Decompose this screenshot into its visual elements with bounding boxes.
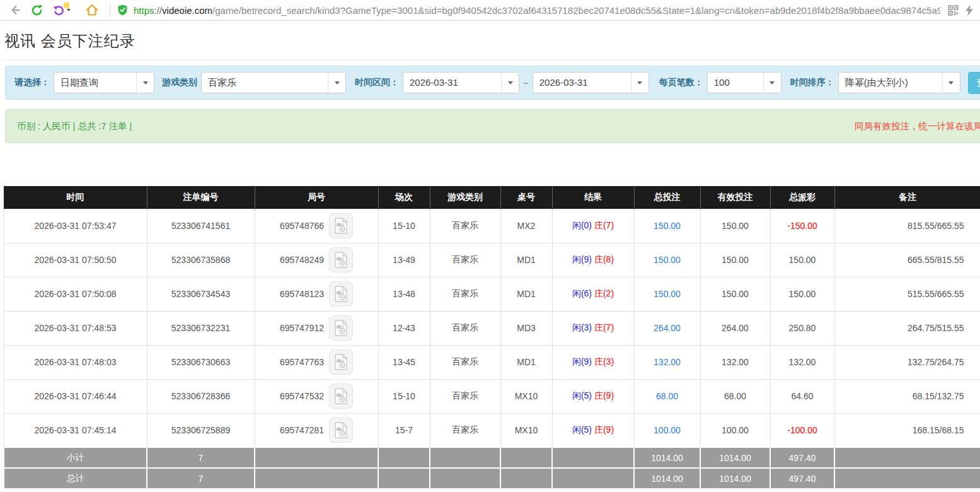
table-number-cell: MD1 <box>500 243 552 277</box>
time-cell: 2026-03-31 07:48:03 <box>4 345 147 379</box>
table-row: 2026-03-31 07:48:53523306732231695747912… <box>4 311 980 345</box>
video-file-icon <box>334 218 348 234</box>
query-type-select[interactable]: 日期查询 <box>54 72 154 93</box>
video-replay-button[interactable] <box>329 384 353 409</box>
footer-empty-cell <box>834 447 980 468</box>
time-range-label: 时间区间： <box>355 77 399 88</box>
total-bet-link[interactable]: 100.00 <box>654 425 681 435</box>
page-content: 视讯 会员下注纪录 请选择： 日期查询 游戏类别 百家乐 时间区间： 2026-… <box>0 31 980 489</box>
footer-empty-cell <box>552 468 634 489</box>
chevron-down-icon[interactable] <box>942 73 960 93</box>
valid-bet-cell: 150.00 <box>700 243 770 277</box>
round-number: 695747281 <box>280 425 324 435</box>
result-banker: 庄(2) <box>594 288 614 298</box>
time-cell: 2026-03-31 07:48:53 <box>4 311 147 345</box>
chevron-down-icon[interactable] <box>631 73 649 93</box>
round-number: 695747912 <box>280 323 324 333</box>
session-cell: 13-49 <box>378 243 430 277</box>
total-bet-link[interactable]: 68.00 <box>656 391 678 401</box>
column-header-7: 总投注 <box>634 186 700 209</box>
total-bet-link[interactable]: 150.00 <box>654 255 681 265</box>
date-from-picker[interactable]: 2026-03-31 <box>403 72 519 93</box>
shield-icon[interactable] <box>117 4 129 16</box>
address-bar[interactable]: https://videoie.com/game/betrecord_searc… <box>117 4 974 16</box>
round-cell: 695748123 <box>255 277 378 311</box>
sort-label: 时间排序： <box>790 77 834 88</box>
footer-payout-cell: 497.40 <box>770 468 834 489</box>
total-bet-cell: 150.00 <box>634 243 700 277</box>
payout-cell: 150.00 <box>770 243 834 277</box>
filter-bar: 请选择： 日期查询 游戏类别 百家乐 时间区间： 2026-03-31 ~ 20… <box>5 66 980 100</box>
table-number-cell: MD3 <box>500 311 552 345</box>
chevron-down-icon[interactable] <box>763 73 781 93</box>
select-type-label: 请选择： <box>14 77 50 88</box>
total-bet-cell: 68.00 <box>634 379 700 413</box>
total-bet-cell: 100.00 <box>634 413 700 447</box>
game-type-label: 游戏类别 <box>162 77 197 88</box>
footer-empty-cell <box>500 447 552 468</box>
query-button[interactable]: 查询 <box>968 72 980 94</box>
video-file-icon <box>334 252 348 268</box>
bet-records-table: 时间注单编号局号场次游戏类别桌号结果总投注有效投注总派彩备注 2026-03-3… <box>3 186 980 489</box>
remark-cell: 168.15/68.15 <box>834 413 980 447</box>
result-cell: 闲(6) 庄(2) <box>552 277 634 311</box>
valid-bet-cell: 150.00 <box>700 209 770 243</box>
sort-select[interactable]: 降幂(由大到小) <box>838 72 960 93</box>
total-bet-link[interactable]: 132.00 <box>654 357 681 367</box>
session-cell: 13-48 <box>378 277 430 311</box>
table-header-row: 时间注单编号局号场次游戏类别桌号结果总投注有效投注总派彩备注 <box>4 186 980 209</box>
round-cell: 695747763 <box>255 345 378 379</box>
video-replay-button[interactable] <box>329 213 353 238</box>
footer-label-cell: 总计 <box>4 468 147 489</box>
result-player: 闲(5) <box>572 425 592 435</box>
chevron-down-icon[interactable] <box>328 73 345 93</box>
video-file-icon <box>334 354 348 370</box>
refresh-button[interactable] <box>28 2 45 18</box>
chevron-down-icon[interactable] <box>501 73 519 93</box>
table-number-cell: MX10 <box>500 413 552 447</box>
chevron-down-icon[interactable] <box>136 73 154 93</box>
video-replay-button[interactable] <box>329 315 353 341</box>
table-footer: 小计71014.001014.00497.40总计71014.001014.00… <box>4 447 980 489</box>
back-button[interactable] <box>6 2 24 18</box>
url-text[interactable]: https://videoie.com/game/betrecord_searc… <box>134 5 940 16</box>
table-body: 2026-03-31 07:53:47523306741561695748766… <box>4 209 980 447</box>
video-file-icon <box>334 286 348 302</box>
video-replay-button[interactable] <box>329 247 353 272</box>
date-from-value: 2026-03-31 <box>403 73 501 93</box>
table-number-cell: MX10 <box>500 379 552 413</box>
payout-cell: 250.80 <box>770 311 834 345</box>
footer-empty-cell <box>834 468 980 489</box>
lightning-icon[interactable] <box>965 4 974 16</box>
result-banker: 庄(7) <box>594 322 614 332</box>
qr-code-icon[interactable] <box>948 5 959 16</box>
total-bet-cell: 264.00 <box>634 311 700 345</box>
undo-button[interactable] <box>49 2 74 18</box>
home-button[interactable] <box>83 2 101 18</box>
table-row: 2026-03-31 07:50:50523306735868695748249… <box>4 243 980 277</box>
bet-number-cell: 523306734543 <box>147 277 255 311</box>
total-bet-link[interactable]: 264.00 <box>654 323 681 333</box>
payout-cell: -150.00 <box>770 209 834 243</box>
total-bet-link[interactable]: 150.00 <box>654 221 681 231</box>
video-replay-button[interactable] <box>329 418 353 443</box>
video-replay-button[interactable] <box>329 349 353 375</box>
table-number-cell: MD1 <box>500 345 552 379</box>
bet-number-cell: 523306728366 <box>147 379 255 413</box>
summary-text: 币别 : 人民币 | 总共 :7 注单 | <box>17 120 132 132</box>
date-to-picker[interactable]: 2026-03-31 <box>533 72 649 93</box>
page-size-select[interactable]: 100 <box>707 72 781 93</box>
round-cell: 695747281 <box>255 413 378 447</box>
game-type-cell: 百家乐 <box>430 243 500 277</box>
footer-empty-cell <box>378 447 430 468</box>
video-file-icon <box>334 388 348 404</box>
total-bet-link[interactable]: 150.00 <box>654 289 681 299</box>
video-replay-button[interactable] <box>329 281 353 307</box>
session-cell: 15-10 <box>378 209 430 243</box>
table-row: 2026-03-31 07:46:44523306728366695747532… <box>4 379 980 413</box>
date-range-separator: ~ <box>523 78 529 88</box>
table-number-cell: MD1 <box>500 277 552 311</box>
column-header-2: 局号 <box>255 186 378 209</box>
divider-line <box>4 60 980 61</box>
game-type-select[interactable]: 百家乐 <box>201 72 346 93</box>
